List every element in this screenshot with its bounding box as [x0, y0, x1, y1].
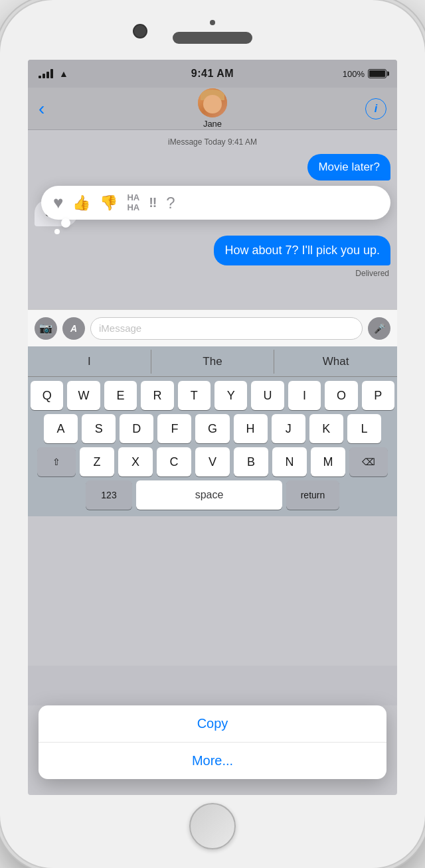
key-a[interactable]: A: [44, 414, 78, 443]
heart-reaction[interactable]: ♥: [53, 192, 63, 213]
reaction-popup: ♥ 👍 👎 HAHA ‼ ?: [41, 186, 390, 220]
question-reaction[interactable]: ?: [166, 194, 175, 212]
shift-key[interactable]: ⇧: [37, 447, 76, 476]
key-q[interactable]: Q: [31, 381, 63, 410]
screen: ▲ 9:41 AM 100% ‹: [28, 60, 397, 795]
overlay-fade: [28, 666, 397, 705]
keyboard: Q W E R T Y U I O P A S D F G H J K: [28, 377, 397, 516]
predictive-the[interactable]: The: [151, 350, 275, 374]
wifi-icon: ▲: [59, 68, 68, 79]
sent-message-2: How about 7? I'll pick you up.: [35, 236, 390, 265]
numbers-key[interactable]: 123: [86, 480, 132, 510]
apps-icon: A: [70, 323, 77, 334]
key-i[interactable]: I: [288, 381, 321, 410]
key-h[interactable]: H: [234, 414, 268, 443]
back-button[interactable]: ‹: [39, 98, 44, 119]
nav-center: Jane: [198, 88, 227, 129]
camera-button[interactable]: 📷: [35, 317, 57, 340]
key-m[interactable]: M: [311, 447, 345, 476]
date-label: iMessage Today 9:41 AM: [28, 135, 397, 147]
reaction-popup-wrapper: ♥ 👍 👎 HAHA ‼ ?: [35, 186, 390, 220]
signal-bars: [39, 69, 53, 78]
key-k[interactable]: K: [309, 414, 343, 443]
status-right: 100%: [343, 69, 386, 79]
space-key[interactable]: space: [136, 480, 282, 510]
input-bar: 📷 A iMessage 🎤: [28, 309, 397, 346]
key-s[interactable]: S: [82, 414, 116, 443]
battery-fill: [369, 70, 385, 77]
key-l[interactable]: L: [347, 414, 381, 443]
key-c[interactable]: C: [157, 447, 191, 476]
key-d[interactable]: D: [120, 414, 153, 443]
key-u[interactable]: U: [251, 381, 284, 410]
delivered-label: Delivered: [28, 267, 397, 279]
delete-key[interactable]: ⌫: [349, 447, 388, 476]
thumbsdown-reaction[interactable]: 👎: [100, 194, 118, 212]
status-bar: ▲ 9:41 AM 100%: [28, 60, 397, 88]
battery-percent: 100%: [343, 69, 365, 79]
avatar-image: [198, 88, 227, 117]
info-icon: i: [375, 103, 377, 115]
date-text: iMessage Today 9:41 AM: [168, 137, 257, 147]
signal-bar-2: [42, 74, 45, 78]
key-y[interactable]: Y: [214, 381, 247, 410]
key-z[interactable]: Z: [80, 447, 114, 476]
home-button[interactable]: [189, 803, 236, 849]
battery-icon: [368, 69, 386, 78]
empty-space: [28, 289, 397, 309]
key-t[interactable]: T: [178, 381, 211, 410]
keyboard-row-3: ⇧ Z X C V B N M ⌫: [31, 447, 394, 476]
predictive-bar: I The What: [28, 346, 397, 377]
mic-icon: 🎤: [374, 323, 385, 334]
bubble-movie-later[interactable]: Movie later?: [307, 154, 390, 181]
copy-button[interactable]: Copy: [39, 705, 386, 742]
key-v[interactable]: V: [195, 447, 230, 476]
status-time: 9:41 AM: [191, 68, 234, 80]
keyboard-row-2: A S D F G H J K L: [31, 414, 394, 443]
key-o[interactable]: O: [325, 381, 357, 410]
key-p[interactable]: P: [362, 381, 394, 410]
message-placeholder: iMessage: [99, 323, 141, 334]
thumbsup-reaction[interactable]: 👍: [72, 194, 90, 212]
bubble-how-about-text: How about 7? I'll pick you up.: [224, 244, 380, 257]
info-button[interactable]: i: [365, 98, 386, 119]
contact-name: Jane: [203, 119, 222, 129]
more-button[interactable]: More...: [39, 743, 386, 779]
haha-reaction[interactable]: HAHA: [127, 193, 139, 212]
key-b[interactable]: B: [234, 447, 268, 476]
speaker: [173, 32, 252, 44]
mic-button[interactable]: 🎤: [368, 317, 390, 340]
sent-message-1: Movie later?: [28, 154, 397, 181]
key-j[interactable]: J: [272, 414, 305, 443]
key-f[interactable]: F: [157, 414, 191, 443]
bubble-movie-text: Movie later?: [318, 161, 380, 173]
delivered-text: Delivered: [355, 269, 389, 278]
predictive-what[interactable]: What: [274, 350, 397, 374]
camera: [133, 24, 147, 38]
keyboard-row-4: 123 space return: [31, 480, 394, 510]
return-key[interactable]: return: [286, 480, 339, 510]
camera-icon: 📷: [39, 322, 52, 334]
message-input[interactable]: iMessage: [90, 317, 363, 340]
exclaim-reaction[interactable]: ‼: [149, 195, 157, 210]
key-w[interactable]: W: [67, 381, 100, 410]
signal-bar-1: [39, 76, 41, 78]
context-menu: Copy More...: [39, 705, 386, 779]
contact-avatar[interactable]: [198, 88, 227, 117]
key-r[interactable]: R: [141, 381, 173, 410]
apps-button[interactable]: A: [62, 317, 85, 340]
signal-bar-3: [46, 72, 49, 78]
keyboard-row-1: Q W E R T Y U I O P: [31, 381, 394, 410]
key-e[interactable]: E: [104, 381, 137, 410]
predictive-i[interactable]: I: [28, 350, 151, 374]
status-left: ▲: [39, 68, 68, 79]
key-g[interactable]: G: [195, 414, 229, 443]
bubble-how-about[interactable]: How about 7? I'll pick you up.: [214, 236, 390, 265]
avatar-face: [203, 95, 222, 113]
key-n[interactable]: N: [272, 447, 307, 476]
nav-bar: ‹ Jane i: [28, 88, 397, 130]
signal-bar-4: [50, 69, 53, 78]
context-menu-overlay: Copy More...: [28, 666, 397, 795]
key-x[interactable]: X: [118, 447, 153, 476]
phone-frame: ▲ 9:41 AM 100% ‹: [0, 0, 425, 868]
